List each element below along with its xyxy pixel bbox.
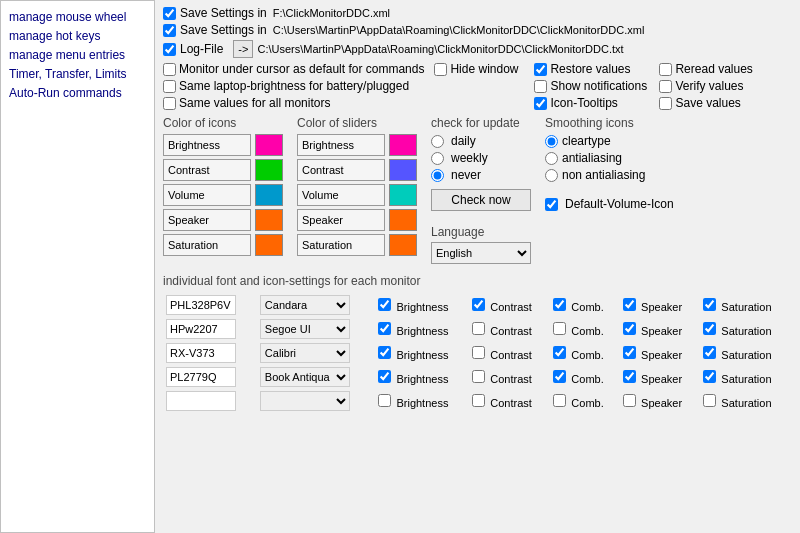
save-settings-row-1: Save Settings in F:\ClickMonitorDDC.xml [163,6,792,20]
update-never-label[interactable]: never [431,168,531,182]
color-sliders-title: Color of sliders [297,116,417,130]
same-laptop-checkbox[interactable] [163,80,176,93]
color-icon-brightness-row: Brightness [163,134,283,156]
smoothing-non-antialiasing-label[interactable]: non antialiasing [545,168,674,182]
color-slider-speaker-btn[interactable]: Speaker [297,209,385,231]
color-slider-contrast-swatch[interactable] [389,159,417,181]
sidebar-item-timer[interactable]: Timer, Transfer, Limits [7,66,148,82]
monitor-cursor-checkbox[interactable] [163,63,176,76]
save-values-label[interactable]: Save values [659,96,759,110]
show-notifications-label[interactable]: Show notifications [534,79,649,93]
monitor-font-select[interactable]: CalibriCandaraSegoe UIBook Antiqua [260,343,350,363]
default-volume-label: Default-Volume-Icon [565,197,674,211]
sidebar-item-autorun[interactable]: Auto-Run commands [7,85,148,101]
save-settings-2-checkbox[interactable] [163,24,176,37]
color-icons-title: Color of icons [163,116,283,130]
monitor-name-input[interactable] [166,391,236,411]
monitor-name-input[interactable] [166,343,236,363]
icon-tooltips-label[interactable]: Icon-Tooltips [534,96,649,110]
color-icon-saturation-btn[interactable]: Saturation [163,234,251,256]
monitor-name-cell [163,317,257,341]
sidebar-item-mouse-wheel[interactable]: manage mouse wheel [7,9,148,25]
verify-values-label[interactable]: Verify values [659,79,759,93]
save-settings-1-checkbox[interactable] [163,7,176,20]
monitor-font-select[interactable]: Segoe UICandaraCalibriBook Antiqua [260,319,350,339]
save-settings-2-path: C:\Users\MartinP\AppData\Roaming\ClickMo… [273,24,645,36]
color-icon-volume-row: Volume [163,184,283,206]
log-file-row: Log-File -> C:\Users\MartinP\AppData\Roa… [163,40,792,58]
monitors-section: individual font and icon-settings for ea… [163,274,792,413]
monitor-font-select[interactable]: CandaraSegoe UICalibriBook Antiqua [260,295,350,315]
color-icon-brightness-btn[interactable]: Brightness [163,134,251,156]
color-slider-speaker-swatch[interactable] [389,209,417,231]
reread-values-label[interactable]: Reread values [659,62,759,76]
table-row: CandaraSegoe UICalibriBook Antiqua Brigh… [163,293,792,317]
hide-window-checkbox[interactable] [434,63,447,76]
restore-values-label[interactable]: Restore values [534,62,649,76]
color-slider-contrast-btn[interactable]: Contrast [297,159,385,181]
same-values-label[interactable]: Same values for all monitors [163,96,424,110]
monitor-name-input[interactable] [166,319,236,339]
show-notifications-checkbox[interactable] [534,80,547,93]
update-never-radio[interactable] [431,169,444,182]
color-icon-volume-swatch[interactable] [255,184,283,206]
color-icon-saturation-swatch[interactable] [255,234,283,256]
monitors-title: individual font and icon-settings for ea… [163,274,792,288]
color-icon-saturation-row: Saturation [163,234,283,256]
color-slider-volume-swatch[interactable] [389,184,417,206]
color-icon-volume-btn[interactable]: Volume [163,184,251,206]
smoothing-antialiasing-radio[interactable] [545,152,558,165]
reread-values-checkbox[interactable] [659,63,672,76]
update-daily-radio[interactable] [431,135,444,148]
monitor-font-select[interactable] [260,391,350,411]
color-slider-saturation-row: Saturation [297,234,417,256]
smoothing-cleartype-label[interactable]: cleartype [545,134,674,148]
check-now-button[interactable]: Check now [431,189,531,211]
color-slider-saturation-swatch[interactable] [389,234,417,256]
color-icon-contrast-btn[interactable]: Contrast [163,159,251,181]
color-icon-contrast-swatch[interactable] [255,159,283,181]
update-weekly-label[interactable]: weekly [431,151,531,165]
color-slider-speaker-row: Speaker [297,209,417,231]
same-laptop-label[interactable]: Same laptop-brightness for battery/plugg… [163,79,424,93]
monitor-name-cell [163,293,257,317]
monitor-cursor-label[interactable]: Monitor under cursor as default for comm… [163,62,424,76]
verify-values-checkbox[interactable] [659,80,672,93]
smoothing-cleartype-radio[interactable] [545,135,558,148]
color-icon-speaker-swatch[interactable] [255,209,283,231]
monitor-font-select[interactable]: Book AntiquaCandaraSegoe UICalibri [260,367,350,387]
table-row: CalibriCandaraSegoe UIBook Antiqua Brigh… [163,341,792,365]
restore-values-checkbox[interactable] [534,63,547,76]
sidebar-item-menu-entries[interactable]: manage menu entries [7,47,148,63]
color-icon-contrast-row: Contrast [163,159,283,181]
log-file-arrow-button[interactable]: -> [233,40,253,58]
color-slider-volume-btn[interactable]: Volume [297,184,385,206]
smoothing-non-antialiasing-radio[interactable] [545,169,558,182]
smoothing-section: Smoothing icons cleartype antialiasing n… [545,116,674,185]
default-volume-checkbox[interactable] [545,198,558,211]
same-values-checkbox[interactable] [163,97,176,110]
color-icon-brightness-swatch[interactable] [255,134,283,156]
monitor-name-input[interactable] [166,295,236,315]
update-weekly-radio[interactable] [431,152,444,165]
color-slider-brightness-btn[interactable]: Brightness [297,134,385,156]
smoothing-antialiasing-label[interactable]: antialiasing [545,151,674,165]
color-slider-saturation-btn[interactable]: Saturation [297,234,385,256]
color-slider-volume-row: Volume [297,184,417,206]
language-label: Language [431,225,531,239]
color-icons-section: Color of icons Brightness Contrast Volum… [163,116,283,264]
color-slider-brightness-swatch[interactable] [389,134,417,156]
sidebar-item-hot-keys[interactable]: manage hot keys [7,28,148,44]
save-settings-row-2: Save Settings in C:\Users\MartinP\AppDat… [163,23,792,37]
color-icon-speaker-btn[interactable]: Speaker [163,209,251,231]
icon-tooltips-checkbox[interactable] [534,97,547,110]
monitor-name-cell [163,341,257,365]
update-daily-label[interactable]: daily [431,134,531,148]
save-values-checkbox[interactable] [659,97,672,110]
monitor-name-input[interactable] [166,367,236,387]
language-select[interactable]: English German French Spanish [431,242,531,264]
color-icon-speaker-row: Speaker [163,209,283,231]
hide-window-label[interactable]: Hide window [434,62,524,76]
log-file-checkbox[interactable] [163,43,176,56]
log-file-path: C:\Users\MartinP\AppData\Roaming\ClickMo… [257,43,623,55]
